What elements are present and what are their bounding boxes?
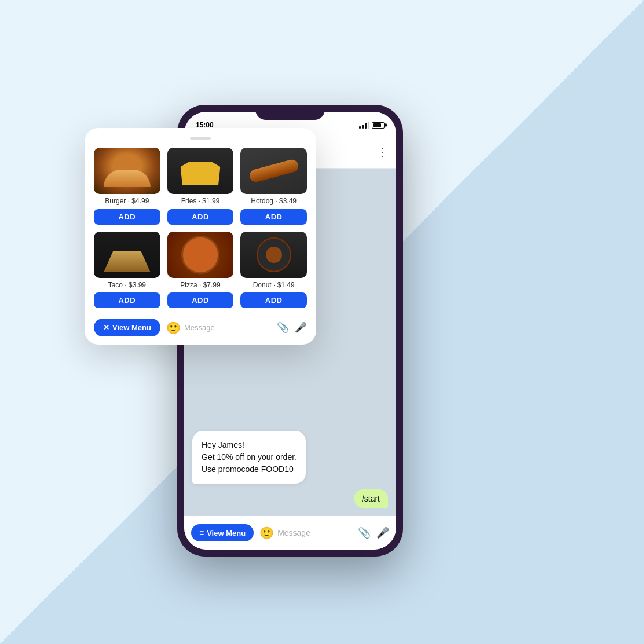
- menu-item-fries: Fries · $1.99 ADD: [167, 148, 234, 225]
- menu-card-bottom-bar: ✕ View Menu 🙂 Message 📎 🎤: [94, 316, 307, 336]
- card-input-area: 🙂 Message: [166, 321, 271, 335]
- fries-image: [167, 148, 234, 194]
- x-close-icon: ✕: [103, 323, 109, 332]
- battery-icon: [372, 122, 385, 129]
- hamburger-icon: ≡: [199, 528, 204, 537]
- view-menu-button-phone[interactable]: ≡ View Menu: [191, 524, 254, 541]
- donut-image: [240, 232, 307, 278]
- user-message-text: /start: [362, 494, 380, 503]
- signal-icon: [359, 122, 369, 129]
- card-emoji-icon[interactable]: 🙂: [166, 321, 181, 335]
- fries-label: Fries · $1.99: [181, 197, 220, 206]
- status-icons: [359, 122, 385, 129]
- attach-icon[interactable]: 📎: [358, 526, 371, 539]
- menu-item-burger: Burger · $4.99 ADD: [94, 148, 160, 225]
- message-input-area: 🙂 Message: [259, 526, 352, 540]
- menu-grid: Burger · $4.99 ADD Fries · $1.99 ADD Hot…: [94, 148, 307, 308]
- menu-item-pizza: Pizza · $7.99 ADD: [167, 232, 234, 309]
- card-mic-icon[interactable]: 🎤: [295, 321, 307, 334]
- taco-image: [94, 232, 160, 278]
- chat-input-bar: ≡ View Menu 🙂 Message 📎 🎤: [184, 516, 396, 550]
- burger-label: Burger · $4.99: [105, 197, 149, 206]
- view-menu-button-card[interactable]: ✕ View Menu: [94, 319, 160, 336]
- card-attach-icon[interactable]: 📎: [277, 321, 289, 334]
- user-message-bubble: /start: [354, 489, 388, 508]
- phone-notch: [255, 105, 325, 120]
- bot-message-bubble: Hey James! Get 10% off on your order. Us…: [192, 431, 306, 484]
- add-donut-button[interactable]: ADD: [240, 292, 307, 308]
- mic-icon[interactable]: 🎤: [376, 526, 389, 539]
- add-hotdog-button[interactable]: ADD: [240, 209, 307, 225]
- add-burger-button[interactable]: ADD: [94, 209, 160, 225]
- menu-item-hotdog: Hotdog · $3.49 ADD: [240, 148, 307, 225]
- menu-item-taco: Taco · $3.99 ADD: [94, 232, 160, 309]
- view-menu-label-card: View Menu: [112, 323, 151, 332]
- pizza-label: Pizza · $7.99: [180, 281, 220, 290]
- add-taco-button[interactable]: ADD: [94, 292, 160, 308]
- scene: 15:00 ← 🍜 Food Bot ⋮: [85, 70, 559, 574]
- message-placeholder[interactable]: Message: [277, 528, 310, 537]
- bot-message-text: Hey James! Get 10% off on your order. Us…: [202, 440, 297, 474]
- hotdog-label: Hotdog · $3.49: [251, 197, 297, 206]
- menu-item-donut: Donut · $1.49 ADD: [240, 232, 307, 309]
- more-icon[interactable]: ⋮: [376, 146, 388, 158]
- pizza-image: [167, 232, 234, 278]
- view-menu-label-phone: View Menu: [207, 529, 246, 537]
- emoji-icon[interactable]: 🙂: [259, 526, 274, 540]
- add-fries-button[interactable]: ADD: [167, 209, 234, 225]
- drag-handle: [190, 137, 211, 140]
- menu-card: Burger · $4.99 ADD Fries · $1.99 ADD Hot…: [85, 128, 316, 345]
- hotdog-image: [240, 148, 307, 194]
- burger-image: [94, 148, 160, 194]
- add-pizza-button[interactable]: ADD: [167, 292, 234, 308]
- card-message-placeholder[interactable]: Message: [184, 323, 215, 332]
- donut-label: Donut · $1.49: [253, 281, 295, 290]
- taco-label: Taco · $3.99: [108, 281, 146, 290]
